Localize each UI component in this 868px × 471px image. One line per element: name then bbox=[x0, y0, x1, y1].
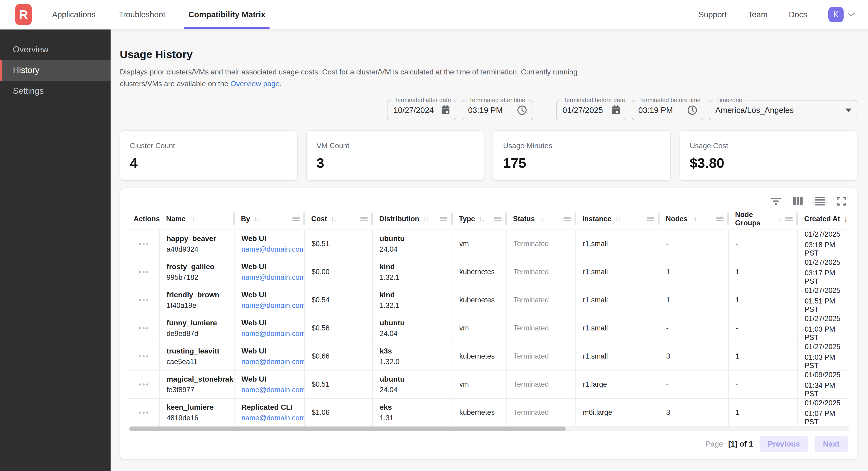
ellipsis-icon[interactable] bbox=[139, 271, 148, 273]
terminated-after-date-value[interactable]: 10/27/2024 bbox=[394, 106, 434, 115]
sort-arrows-icon[interactable]: ↑↓ bbox=[189, 215, 194, 223]
creator-email-link[interactable]: name@domain.com bbox=[241, 386, 304, 394]
density-icon[interactable] bbox=[815, 197, 825, 206]
sort-arrows-icon[interactable]: ↑↓ bbox=[331, 215, 336, 223]
column-menu-icon[interactable] bbox=[292, 215, 300, 223]
clock-icon[interactable] bbox=[687, 105, 697, 115]
creator-email-link[interactable]: name@domain.com bbox=[241, 358, 304, 366]
sort-arrows-icon[interactable]: ↑↓ bbox=[777, 215, 782, 223]
column-menu-icon[interactable] bbox=[494, 215, 501, 223]
column-header-type[interactable]: Type↑↓ bbox=[452, 208, 506, 230]
column-header-by[interactable]: By↑↓ bbox=[234, 208, 304, 230]
column-header-name[interactable]: Name↑↓ bbox=[159, 208, 234, 230]
sort-desc-icon[interactable]: ↓ bbox=[844, 214, 848, 224]
calendar-icon[interactable] bbox=[441, 105, 450, 115]
column-separator[interactable] bbox=[451, 212, 453, 225]
column-separator[interactable] bbox=[658, 212, 659, 225]
terminated-before-time-value[interactable]: 03:19 PM bbox=[638, 106, 673, 115]
distribution-version: 1.31 bbox=[380, 414, 452, 422]
row-actions-button[interactable] bbox=[128, 343, 159, 370]
sort-arrows-icon[interactable]: ↑↓ bbox=[615, 215, 620, 223]
timezone-select[interactable]: Timezone America/Los_Angeles bbox=[709, 100, 858, 120]
sort-arrows-icon[interactable]: ↑↓ bbox=[479, 215, 484, 223]
creator-email-link[interactable]: name@domain.com bbox=[241, 329, 304, 338]
column-header-status[interactable]: Status↑↓ bbox=[506, 208, 576, 230]
terminated-before-time-field[interactable]: Terminated before time 03:19 PM bbox=[632, 100, 703, 120]
filter-icon[interactable] bbox=[771, 198, 781, 205]
column-menu-icon[interactable] bbox=[360, 215, 368, 223]
column-header-nodes[interactable]: Nodes↑↓ bbox=[659, 208, 728, 230]
ellipsis-icon[interactable] bbox=[139, 412, 148, 414]
terminated-after-time-field[interactable]: Terminated after time 03:19 PM bbox=[462, 100, 533, 120]
fullscreen-icon[interactable] bbox=[837, 197, 846, 206]
creator-email-link[interactable]: name@domain.com bbox=[241, 414, 304, 422]
dropdown-arrow-icon[interactable] bbox=[845, 109, 851, 112]
horizontal-scrollbar[interactable] bbox=[128, 426, 849, 431]
sidebar-item-settings[interactable]: Settings bbox=[0, 81, 111, 101]
row-actions-button[interactable] bbox=[128, 314, 159, 342]
row-actions-button[interactable] bbox=[128, 230, 159, 258]
column-separator[interactable] bbox=[371, 212, 373, 225]
instance: m6i.large bbox=[583, 408, 659, 417]
column-header-created-at[interactable]: Created At↓ bbox=[797, 208, 849, 230]
ellipsis-icon[interactable] bbox=[139, 299, 148, 301]
terminated-after-time-value[interactable]: 03:19 PM bbox=[468, 106, 503, 115]
r-logo[interactable]: R bbox=[15, 4, 32, 25]
column-separator[interactable] bbox=[796, 212, 798, 225]
nav-link-support[interactable]: Support bbox=[699, 10, 727, 19]
column-menu-icon[interactable] bbox=[716, 215, 723, 223]
created-by: Web UI bbox=[241, 347, 304, 355]
tab-compatibility-matrix[interactable]: Compatibility Matrix bbox=[188, 0, 266, 29]
terminated-after-date-field[interactable]: Terminated after date 10/27/2024 bbox=[387, 100, 456, 120]
chevron-down-icon[interactable] bbox=[847, 12, 855, 17]
sort-arrows-icon[interactable]: ↑↓ bbox=[423, 215, 428, 223]
ellipsis-icon[interactable] bbox=[139, 243, 148, 245]
column-menu-icon[interactable] bbox=[785, 215, 793, 223]
sort-arrows-icon[interactable]: ↑↓ bbox=[538, 215, 544, 223]
column-separator[interactable] bbox=[233, 212, 235, 225]
column-menu-icon[interactable] bbox=[647, 215, 654, 223]
row-actions-button[interactable] bbox=[128, 258, 159, 286]
sidebar-item-overview[interactable]: Overview bbox=[0, 39, 111, 60]
ellipsis-icon[interactable] bbox=[139, 355, 148, 357]
next-button[interactable]: Next bbox=[814, 436, 848, 452]
column-menu-icon[interactable] bbox=[440, 215, 447, 223]
nav-link-docs[interactable]: Docs bbox=[789, 10, 807, 19]
column-separator[interactable] bbox=[727, 212, 729, 225]
terminated-before-date-value[interactable]: 01/27/2025 bbox=[562, 106, 603, 115]
previous-button[interactable]: Previous bbox=[760, 436, 808, 452]
sidebar-item-history[interactable]: History bbox=[0, 60, 111, 81]
column-separator[interactable] bbox=[505, 212, 507, 225]
column-header-instance[interactable]: Instance↑↓ bbox=[576, 208, 659, 230]
calendar-icon[interactable] bbox=[611, 105, 620, 115]
account-menu[interactable]: K bbox=[828, 7, 855, 22]
column-separator[interactable] bbox=[303, 212, 305, 225]
row-actions-button[interactable] bbox=[128, 286, 159, 314]
column-header-node-groups[interactable]: Node Groups↑↓ bbox=[728, 208, 797, 230]
column-menu-icon[interactable] bbox=[563, 215, 571, 223]
scrollbar-thumb[interactable] bbox=[129, 426, 566, 431]
sort-arrows-icon[interactable]: ↑↓ bbox=[691, 215, 696, 223]
column-separator[interactable] bbox=[575, 212, 576, 225]
terminated-before-date-field[interactable]: Terminated before date 01/27/2025 bbox=[556, 100, 626, 120]
overview-page-link[interactable]: Overview page bbox=[230, 80, 279, 88]
ellipsis-icon[interactable] bbox=[139, 383, 148, 385]
tab-troubleshoot[interactable]: Troubleshoot bbox=[119, 0, 165, 29]
avatar[interactable]: K bbox=[828, 7, 844, 22]
ellipsis-icon[interactable] bbox=[139, 327, 148, 329]
creator-email-link[interactable]: name@domain.com bbox=[241, 273, 304, 282]
row-actions-button[interactable] bbox=[128, 399, 159, 426]
column-header-cost[interactable]: Cost↑↓ bbox=[304, 208, 372, 230]
creator-email-link[interactable]: name@domain.com bbox=[241, 301, 304, 310]
tab-applications[interactable]: Applications bbox=[52, 0, 96, 29]
creator-email-link[interactable]: name@domain.com bbox=[241, 245, 304, 254]
stat-label: VM Count bbox=[316, 142, 474, 150]
row-actions-button[interactable] bbox=[128, 371, 159, 398]
timezone-value[interactable]: America/Los_Angeles bbox=[715, 106, 794, 115]
column-header-distribution[interactable]: Distribution↑↓ bbox=[372, 208, 452, 230]
clock-icon[interactable] bbox=[517, 105, 527, 115]
sort-arrows-icon[interactable]: ↑↓ bbox=[254, 215, 259, 223]
nav-link-team[interactable]: Team bbox=[748, 10, 768, 19]
nav-right: Support Team Docs K bbox=[699, 0, 855, 29]
columns-icon[interactable] bbox=[793, 197, 803, 205]
